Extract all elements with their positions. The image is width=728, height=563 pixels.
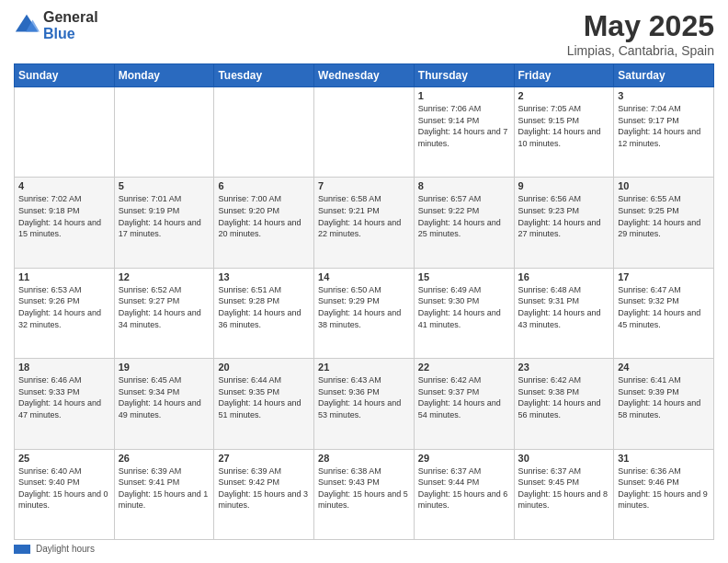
calendar-cell: 28Sunrise: 6:38 AMSunset: 9:43 PMDayligh…	[314, 449, 415, 539]
weekday-header: Saturday	[614, 64, 714, 87]
day-number: 10	[618, 180, 710, 191]
day-number: 3	[618, 90, 710, 101]
day-info: Sunrise: 6:52 AMSunset: 9:27 PMDaylight:…	[119, 284, 210, 330]
calendar-cell: 20Sunrise: 6:44 AMSunset: 9:35 PMDayligh…	[214, 359, 314, 449]
calendar-cell	[15, 87, 115, 178]
day-number: 13	[218, 271, 310, 282]
calendar-cell: 15Sunrise: 6:49 AMSunset: 9:30 PMDayligh…	[414, 268, 514, 358]
day-info: Sunrise: 7:06 AMSunset: 9:14 PMDaylight:…	[418, 103, 510, 149]
calendar-cell: 12Sunrise: 6:52 AMSunset: 9:27 PMDayligh…	[114, 268, 214, 358]
day-number: 30	[518, 453, 610, 464]
day-info: Sunrise: 6:56 AMSunset: 9:23 PMDaylight:…	[518, 193, 610, 239]
day-number: 26	[119, 453, 210, 464]
legend: Daylight hours	[14, 544, 714, 554]
title-month: May 2025	[567, 9, 714, 43]
day-info: Sunrise: 6:39 AMSunset: 9:41 PMDaylight:…	[119, 465, 210, 511]
day-number: 2	[518, 90, 610, 101]
day-info: Sunrise: 6:43 AMSunset: 9:36 PMDaylight:…	[318, 374, 410, 420]
day-number: 27	[218, 453, 310, 464]
day-number: 4	[18, 180, 110, 191]
day-number: 19	[119, 362, 210, 373]
day-number: 21	[318, 362, 410, 373]
day-info: Sunrise: 6:49 AMSunset: 9:30 PMDaylight:…	[418, 284, 510, 330]
day-info: Sunrise: 6:48 AMSunset: 9:31 PMDaylight:…	[518, 284, 610, 330]
logo: General Blue	[14, 9, 98, 41]
day-info: Sunrise: 6:38 AMSunset: 9:43 PMDaylight:…	[318, 465, 410, 511]
day-number: 7	[318, 180, 410, 191]
day-info: Sunrise: 6:40 AMSunset: 9:40 PMDaylight:…	[18, 465, 110, 511]
day-info: Sunrise: 7:01 AMSunset: 9:19 PMDaylight:…	[119, 193, 210, 239]
calendar-cell: 16Sunrise: 6:48 AMSunset: 9:31 PMDayligh…	[514, 268, 614, 358]
calendar-cell: 31Sunrise: 6:36 AMSunset: 9:46 PMDayligh…	[614, 449, 714, 539]
logo-text: General Blue	[43, 9, 98, 41]
calendar-cell: 9Sunrise: 6:56 AMSunset: 9:23 PMDaylight…	[514, 178, 614, 268]
day-info: Sunrise: 6:51 AMSunset: 9:28 PMDaylight:…	[218, 284, 310, 330]
calendar-cell: 26Sunrise: 6:39 AMSunset: 9:41 PMDayligh…	[114, 449, 214, 539]
legend-label: Daylight hours	[36, 544, 95, 554]
day-number: 8	[418, 180, 510, 191]
day-number: 5	[119, 180, 210, 191]
day-info: Sunrise: 6:47 AMSunset: 9:32 PMDaylight:…	[618, 284, 710, 330]
day-info: Sunrise: 6:58 AMSunset: 9:21 PMDaylight:…	[318, 193, 410, 239]
calendar-cell: 22Sunrise: 6:42 AMSunset: 9:37 PMDayligh…	[414, 359, 514, 449]
calendar-cell: 14Sunrise: 6:50 AMSunset: 9:29 PMDayligh…	[314, 268, 415, 358]
day-number: 28	[318, 453, 410, 464]
day-number: 9	[518, 180, 610, 191]
calendar-cell: 2Sunrise: 7:05 AMSunset: 9:15 PMDaylight…	[514, 87, 614, 178]
calendar-header-row: SundayMondayTuesdayWednesdayThursdayFrid…	[15, 64, 714, 87]
day-info: Sunrise: 6:46 AMSunset: 9:33 PMDaylight:…	[18, 374, 110, 420]
calendar-cell: 17Sunrise: 6:47 AMSunset: 9:32 PMDayligh…	[614, 268, 714, 358]
weekday-header: Tuesday	[214, 64, 314, 87]
weekday-header: Monday	[114, 64, 214, 87]
day-number: 14	[318, 271, 410, 282]
day-number: 31	[618, 453, 710, 464]
day-info: Sunrise: 6:41 AMSunset: 9:39 PMDaylight:…	[618, 374, 710, 420]
calendar-cell: 5Sunrise: 7:01 AMSunset: 9:19 PMDaylight…	[114, 178, 214, 268]
calendar-cell: 8Sunrise: 6:57 AMSunset: 9:22 PMDaylight…	[414, 178, 514, 268]
day-number: 29	[418, 453, 510, 464]
logo-blue: Blue	[43, 26, 98, 42]
logo-icon	[14, 13, 40, 39]
day-number: 16	[518, 271, 610, 282]
day-info: Sunrise: 6:42 AMSunset: 9:37 PMDaylight:…	[418, 374, 510, 420]
day-info: Sunrise: 6:45 AMSunset: 9:34 PMDaylight:…	[119, 374, 210, 420]
calendar-cell	[114, 87, 214, 178]
day-number: 12	[119, 271, 210, 282]
day-number: 11	[18, 271, 110, 282]
day-info: Sunrise: 6:36 AMSunset: 9:46 PMDaylight:…	[618, 465, 710, 511]
day-info: Sunrise: 6:44 AMSunset: 9:35 PMDaylight:…	[218, 374, 310, 420]
calendar-cell: 25Sunrise: 6:40 AMSunset: 9:40 PMDayligh…	[15, 449, 115, 539]
calendar-cell	[214, 87, 314, 178]
weekday-header: Friday	[514, 64, 614, 87]
logo-general: General	[43, 9, 98, 26]
title-location: Limpias, Cantabria, Spain	[567, 43, 714, 58]
calendar-cell: 27Sunrise: 6:39 AMSunset: 9:42 PMDayligh…	[214, 449, 314, 539]
calendar-cell: 10Sunrise: 6:55 AMSunset: 9:25 PMDayligh…	[614, 178, 714, 268]
day-info: Sunrise: 7:04 AMSunset: 9:17 PMDaylight:…	[618, 103, 710, 149]
day-info: Sunrise: 7:00 AMSunset: 9:20 PMDaylight:…	[218, 193, 310, 239]
day-info: Sunrise: 6:50 AMSunset: 9:29 PMDaylight:…	[318, 284, 410, 330]
calendar-week-row: 4Sunrise: 7:02 AMSunset: 9:18 PMDaylight…	[15, 178, 714, 268]
day-info: Sunrise: 7:02 AMSunset: 9:18 PMDaylight:…	[18, 193, 110, 239]
day-number: 20	[218, 362, 310, 373]
day-info: Sunrise: 6:37 AMSunset: 9:44 PMDaylight:…	[418, 465, 510, 511]
day-info: Sunrise: 6:57 AMSunset: 9:22 PMDaylight:…	[418, 193, 510, 239]
weekday-header: Wednesday	[314, 64, 415, 87]
calendar-cell: 23Sunrise: 6:42 AMSunset: 9:38 PMDayligh…	[514, 359, 614, 449]
legend-bar	[14, 545, 30, 554]
day-info: Sunrise: 6:39 AMSunset: 9:42 PMDaylight:…	[218, 465, 310, 511]
calendar-cell: 1Sunrise: 7:06 AMSunset: 9:14 PMDaylight…	[414, 87, 514, 178]
calendar-week-row: 18Sunrise: 6:46 AMSunset: 9:33 PMDayligh…	[15, 359, 714, 449]
calendar-cell: 19Sunrise: 6:45 AMSunset: 9:34 PMDayligh…	[114, 359, 214, 449]
day-number: 25	[18, 453, 110, 464]
calendar-cell: 11Sunrise: 6:53 AMSunset: 9:26 PMDayligh…	[15, 268, 115, 358]
calendar-cell	[314, 87, 415, 178]
calendar-cell: 7Sunrise: 6:58 AMSunset: 9:21 PMDaylight…	[314, 178, 415, 268]
day-number: 17	[618, 271, 710, 282]
day-number: 22	[418, 362, 510, 373]
calendar-cell: 4Sunrise: 7:02 AMSunset: 9:18 PMDaylight…	[15, 178, 115, 268]
calendar-cell: 13Sunrise: 6:51 AMSunset: 9:28 PMDayligh…	[214, 268, 314, 358]
calendar-cell: 18Sunrise: 6:46 AMSunset: 9:33 PMDayligh…	[15, 359, 115, 449]
day-number: 18	[18, 362, 110, 373]
day-number: 24	[618, 362, 710, 373]
